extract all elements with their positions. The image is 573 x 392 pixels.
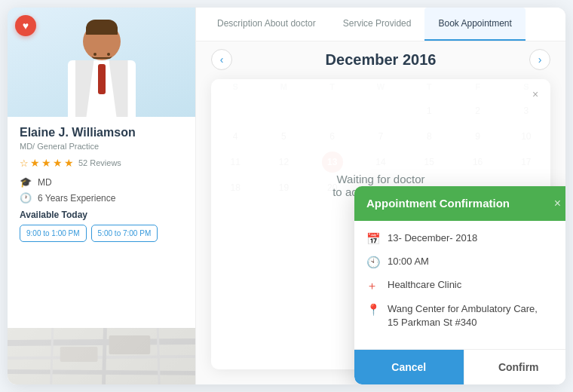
time-slots: 9:00 to 1:00 PM 5:00 to 7:00 PM (20, 225, 183, 242)
cancel-button[interactable]: Cancel (354, 350, 464, 384)
modal-actions: Cancel Confirm (354, 349, 565, 384)
prev-icon: ‹ (220, 54, 224, 66)
calendar-icon: 📅 (366, 232, 380, 246)
svg-line-2 (8, 357, 195, 358)
confirm-button[interactable]: Confirm (464, 350, 566, 384)
time-slot-evening[interactable]: 5:00 to 7:00 PM (91, 225, 158, 242)
heart-badge[interactable]: ♥ (15, 15, 36, 36)
modal-header: Appointment Confirmation × (354, 186, 565, 221)
modal-date-row: 📅 13- December- 2018 (366, 231, 561, 246)
star-5: ★ (64, 157, 74, 169)
modal-clinic-row: ＋ Healthcare Clinic (366, 278, 561, 293)
modal-close-button[interactable]: × (554, 197, 561, 210)
month-title: December 2016 (326, 51, 437, 69)
prev-month-button[interactable]: ‹ (211, 49, 232, 70)
tab-service[interactable]: Service Provided (329, 8, 425, 41)
svg-line-1 (8, 341, 195, 343)
svg-rect-8 (109, 335, 150, 354)
modal-date: 13- December- 2018 (388, 231, 477, 245)
available-label: Available Today (20, 210, 183, 220)
main-container: ♥ Elaine J. Williamson MD/ General Pract… (8, 8, 565, 384)
md-label: MD (38, 177, 52, 188)
svg-rect-7 (60, 347, 98, 362)
left-panel: ♥ Elaine J. Williamson MD/ General Pract… (8, 8, 196, 384)
experience-icon: 🕐 (20, 192, 32, 204)
graduation-icon: 🎓 (20, 176, 32, 188)
modal-time-row: 🕙 10:00 AM (366, 255, 561, 269)
modal-body: 📅 13- December- 2018 🕙 10:00 AM ＋ Health… (354, 221, 565, 349)
close-waiting-button[interactable]: × (528, 87, 543, 102)
svg-line-5 (103, 328, 105, 384)
reviews-count: 52 Reviews (78, 158, 121, 167)
location-icon: 📍 (366, 303, 380, 317)
experience-label: 6 Years Experience (38, 193, 115, 204)
plus-icon: ＋ (366, 279, 380, 293)
tab-description[interactable]: Description About doctor (204, 8, 329, 41)
clock-icon: 🕙 (366, 256, 380, 269)
next-icon: › (538, 54, 542, 66)
available-section: Available Today 9:00 to 1:00 PM 5:00 to … (20, 210, 183, 242)
modal-address-row: 📍 Wang Center for Ambulatory Care,15 Par… (366, 302, 561, 329)
stars-row: ☆ ★ ★ ★ ★ 52 Reviews (20, 157, 183, 169)
next-month-button[interactable]: › (529, 49, 550, 70)
svg-line-4 (51, 328, 53, 384)
tabs-header: Description About doctor Service Provide… (196, 8, 565, 41)
modal-clinic: Healthcare Clinic (388, 278, 461, 292)
svg-line-3 (8, 372, 195, 373)
map-area (8, 328, 195, 384)
modal-time: 10:00 AM (388, 255, 429, 268)
md-row: 🎓 MD (20, 176, 183, 188)
doctor-info: Elaine J. Williamson MD/ General Practic… (8, 117, 195, 328)
time-slot-morning[interactable]: 9:00 to 1:00 PM (20, 225, 87, 242)
experience-row: 🕐 6 Years Experience (20, 192, 183, 204)
star-3: ★ (41, 157, 51, 169)
confirmation-modal: Appointment Confirmation × 📅 13- Decembe… (354, 186, 565, 384)
doctor-specialty: MD/ General Practice (20, 142, 183, 151)
modal-address: Wang Center for Ambulatory Care,15 Parkm… (388, 302, 538, 329)
heart-icon: ♥ (23, 20, 29, 32)
star-1: ☆ (20, 158, 29, 169)
modal-title: Appointment Confirmation (366, 197, 510, 210)
doctor-photo: ♥ (8, 8, 195, 117)
calendar-nav: ‹ December 2016 › (211, 49, 550, 70)
star-2: ★ (30, 157, 40, 169)
doctor-name: Elaine J. Williamson (20, 126, 183, 139)
svg-line-6 (158, 328, 159, 384)
tab-book-appointment[interactable]: Book Appointment (424, 8, 525, 41)
star-4: ★ (53, 157, 63, 169)
